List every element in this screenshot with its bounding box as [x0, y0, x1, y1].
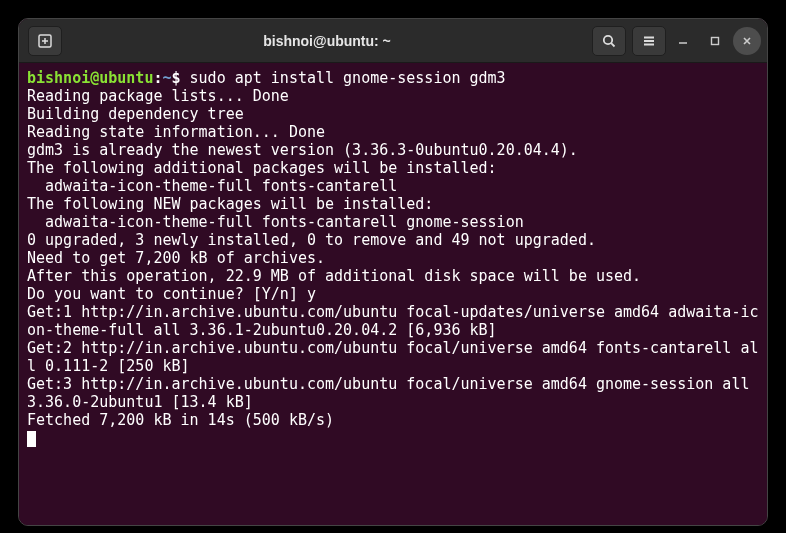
output-line: Do you want to continue? [Y/n] y [27, 285, 316, 303]
terminal-content[interactable]: bishnoi@ubuntu:~$ sudo apt install gnome… [19, 63, 767, 525]
menu-button[interactable] [632, 26, 666, 56]
output-line: Fetched 7,200 kB in 14s (500 kB/s) [27, 411, 334, 429]
window-controls [669, 27, 761, 55]
output-line: Get:3 http://in.archive.ubuntu.com/ubunt… [27, 375, 759, 411]
output-line: Reading package lists... Done [27, 87, 289, 105]
output-line: The following additional packages will b… [27, 159, 497, 177]
output-line: Get:1 http://in.archive.ubuntu.com/ubunt… [27, 303, 759, 339]
window-title: bishnoi@ubuntu: ~ [65, 33, 589, 49]
output-line: 0 upgraded, 3 newly installed, 0 to remo… [27, 231, 596, 249]
output-line: Building dependency tree [27, 105, 244, 123]
output-line: After this operation, 22.9 MB of additio… [27, 267, 641, 285]
prompt-user-host: bishnoi@ubuntu [27, 69, 153, 87]
search-button[interactable] [592, 26, 626, 56]
cursor-icon [27, 431, 36, 447]
output-line: adwaita-icon-theme-full fonts-cantarell [27, 177, 397, 195]
svg-point-1 [604, 35, 612, 43]
output-line: Reading state information... Done [27, 123, 325, 141]
maximize-button[interactable] [701, 27, 729, 55]
output-line: The following NEW packages will be insta… [27, 195, 433, 213]
output-line: adwaita-icon-theme-full fonts-cantarell … [27, 213, 524, 231]
output-line: gdm3 is already the newest version (3.36… [27, 141, 578, 159]
output-line: Get:2 http://in.archive.ubuntu.com/ubunt… [27, 339, 759, 375]
prompt-dollar: $ [172, 69, 181, 87]
output-line: Need to get 7,200 kB of archives. [27, 249, 325, 267]
prompt-path: ~ [162, 69, 171, 87]
svg-rect-2 [712, 37, 719, 44]
titlebar: bishnoi@ubuntu: ~ [19, 19, 767, 63]
terminal-window: bishnoi@ubuntu: ~ bishnoi@ubuntu:~$ sudo… [18, 18, 768, 526]
new-tab-button[interactable] [28, 26, 62, 56]
close-button[interactable] [733, 27, 761, 55]
minimize-button[interactable] [669, 27, 697, 55]
command-text: sudo apt install gnome-session gdm3 [181, 69, 506, 87]
